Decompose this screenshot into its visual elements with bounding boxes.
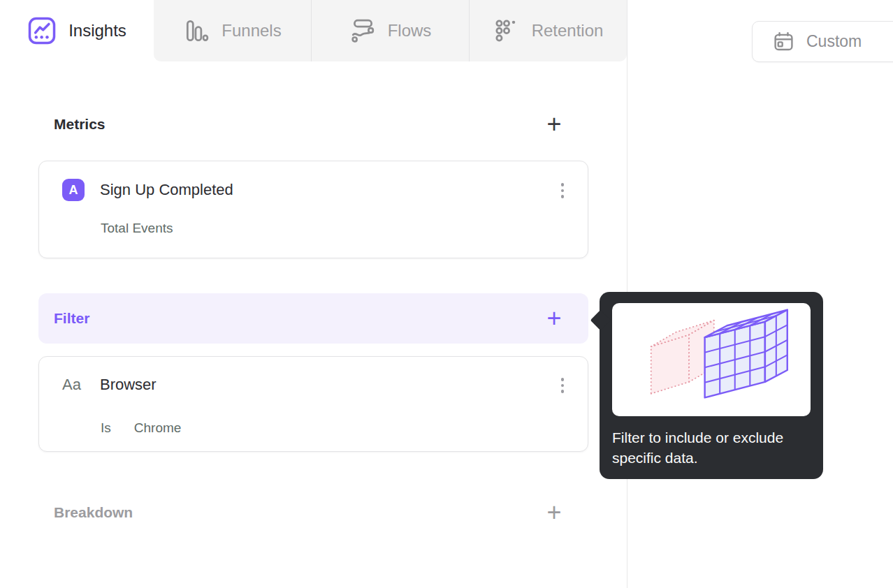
filter-section-row[interactable]: Filter + [38, 293, 588, 344]
tooltip-illustration-panel [612, 303, 811, 416]
filter-property-name: Browser [100, 376, 157, 394]
breakdown-title: Breakdown [54, 504, 133, 521]
date-range-custom-button[interactable]: Custom [752, 21, 893, 62]
date-range-label: Custom [806, 32, 862, 51]
filter-tooltip: Filter to include or exclude specific da… [600, 292, 823, 479]
add-metric-button[interactable]: + [544, 114, 565, 135]
tab-flows-label: Flows [388, 21, 432, 41]
calendar-icon [772, 30, 795, 53]
filter-card-header: Aa Browser [62, 374, 567, 396]
tab-funnels[interactable]: Funnels [154, 0, 311, 61]
add-breakdown-button[interactable]: + [544, 502, 565, 523]
tab-insights[interactable]: Insights [0, 0, 154, 61]
tab-flows[interactable]: Flows [311, 0, 469, 61]
series-a-badge: A [62, 179, 85, 201]
text-property-icon: Aa [62, 376, 85, 394]
add-filter-button[interactable]: + [544, 308, 565, 329]
filter-value: Chrome [134, 420, 182, 436]
bar-chart-icon [183, 17, 210, 44]
metric-card-header: A Sign Up Completed [62, 179, 567, 201]
kebab-menu-icon[interactable] [558, 376, 567, 395]
metric-event-name: Sign Up Completed [100, 181, 233, 199]
tab-retention-label: Retention [532, 21, 604, 41]
tooltip-text: Filter to include or exclude specific da… [612, 427, 802, 468]
dots-grid-icon [493, 17, 520, 44]
tab-insights-label: Insights [68, 21, 126, 41]
metric-measurement: Total Events [101, 221, 173, 236]
metric-card[interactable]: A Sign Up Completed Total Events [38, 161, 588, 258]
filter-operator: Is [101, 420, 111, 436]
metric-measurement-row[interactable]: Total Events [62, 221, 567, 236]
filter-title: Filter [54, 310, 89, 327]
filter-cube-illustration-icon [626, 307, 797, 412]
filter-condition-row[interactable]: Is Chrome [62, 420, 567, 436]
tab-funnels-label: Funnels [222, 21, 281, 41]
inactive-tab-strip: Funnels Flows [154, 0, 627, 61]
filter-card[interactable]: Aa Browser Is Chrome [38, 356, 588, 452]
insights-builder-page: Insights Funnels Flows [0, 0, 893, 588]
line-chart-icon [27, 16, 57, 45]
kebab-menu-icon[interactable] [558, 182, 567, 200]
breakdown-section-header: Breakdown + [54, 500, 565, 525]
metrics-section-header: Metrics + [54, 112, 565, 137]
tab-retention[interactable]: Retention [469, 0, 627, 61]
metrics-title: Metrics [54, 116, 106, 133]
tooltip-arrow [590, 310, 611, 331]
flow-stream-icon [349, 17, 376, 44]
